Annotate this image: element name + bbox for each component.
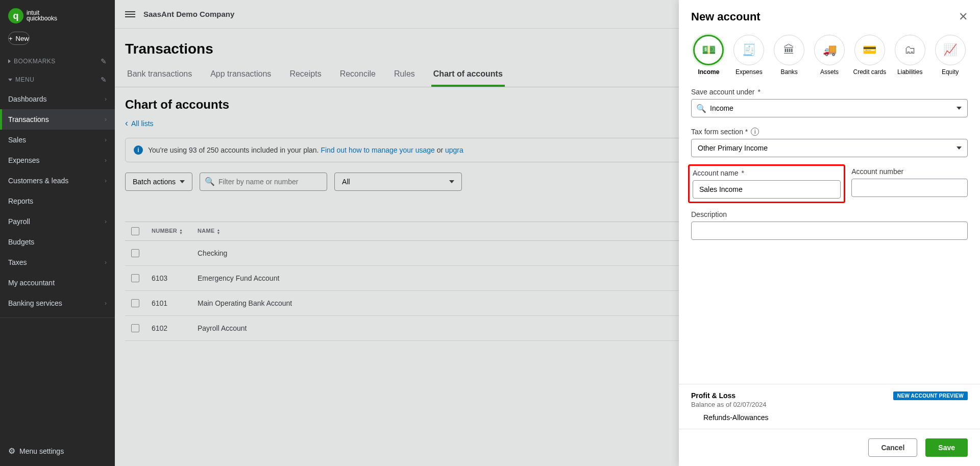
chevron-right-icon: › <box>105 259 107 266</box>
nav-dashboards[interactable]: Dashboards› <box>0 89 115 109</box>
nav-taxes[interactable]: Taxes› <box>0 252 115 273</box>
menu-settings-button[interactable]: ⚙ Menu settings <box>8 446 64 456</box>
preview-pl-title: Profit & Loss <box>691 391 769 400</box>
tab-rules[interactable]: Rules <box>392 63 417 87</box>
tab-reconcile[interactable]: Reconcile <box>338 63 378 87</box>
type-equity[interactable]: 📈Equity <box>933 35 968 76</box>
chevron-right-icon: › <box>105 218 107 225</box>
nav-payroll[interactable]: Payroll› <box>0 211 115 232</box>
bookmarks-section[interactable]: BOOKMARKS ✎ <box>0 52 115 70</box>
new-account-panel: New account ✕ 💵Income🧾Expenses🏛Banks🚚Ass… <box>679 0 980 466</box>
type-icon: 🧾 <box>733 35 764 65</box>
close-icon[interactable]: ✕ <box>959 10 968 23</box>
tax-form-section-select[interactable]: Other Primary Income <box>691 139 968 157</box>
row-checkbox[interactable] <box>131 249 139 257</box>
description-input[interactable] <box>691 222 968 240</box>
menu-section[interactable]: MENU ✎ <box>0 70 115 89</box>
nav-banking-services[interactable]: Banking services› <box>0 293 115 313</box>
nav-my-accountant[interactable]: My accountant <box>0 273 115 293</box>
info-icon: i <box>134 145 143 155</box>
type-expenses[interactable]: 🧾Expenses <box>731 35 767 76</box>
account-number-input[interactable] <box>851 179 968 197</box>
save-account-under-select[interactable]: 🔍 Income <box>691 99 968 117</box>
info-text: You're using 93 of 250 accounts included… <box>148 146 319 154</box>
chevron-right-icon: › <box>105 177 107 184</box>
chevron-right-icon: › <box>105 116 107 123</box>
nav-customers-leads[interactable]: Customers & leads› <box>0 170 115 191</box>
type-icon: 📈 <box>935 35 966 65</box>
chevron-right-icon: › <box>105 157 107 164</box>
brand-bottom: quickbooks <box>27 16 57 21</box>
type-assets[interactable]: 🚚Assets <box>812 35 847 76</box>
edit-bookmarks-icon[interactable]: ✎ <box>101 57 107 65</box>
cell-number <box>145 241 191 266</box>
preview-badge: NEW ACCOUNT PREVIEW <box>893 391 968 400</box>
select-all-checkbox[interactable] <box>131 227 139 235</box>
info-icon[interactable]: i <box>751 128 759 136</box>
tab-chart-of-accounts[interactable]: Chart of accounts <box>431 63 505 87</box>
type-icon: 🏛 <box>774 35 804 65</box>
nav-budgets[interactable]: Budgets <box>0 232 115 252</box>
chevron-down-icon <box>8 79 12 81</box>
tax-form-section-label: Tax form section i <box>691 128 968 136</box>
company-name: SaasAnt Demo Company <box>143 10 234 18</box>
col-number[interactable]: NUMBER▲▼ <box>145 222 191 241</box>
type-icon: 🗂 <box>895 35 925 65</box>
cell-number: 6102 <box>145 316 191 341</box>
chevron-right-icon <box>8 59 11 63</box>
type-label: Banks <box>772 68 807 76</box>
sidebar-toggle-icon[interactable] <box>125 11 135 17</box>
type-income[interactable]: 💵Income <box>691 35 726 76</box>
sidebar: q intuit quickbooks + New BOOKMARKS ✎ ME… <box>0 0 115 466</box>
new-button[interactable]: + New <box>8 32 30 45</box>
row-checkbox[interactable] <box>131 299 139 307</box>
account-name-input[interactable] <box>693 180 841 199</box>
filter-input[interactable] <box>200 173 327 191</box>
edit-menu-icon[interactable]: ✎ <box>101 76 107 84</box>
type-label: Assets <box>812 68 847 76</box>
chevron-down-icon <box>180 180 185 183</box>
type-icon: 💵 <box>693 35 724 65</box>
type-credit-cards[interactable]: 💳Credit cards <box>852 35 887 76</box>
search-icon: 🔍 <box>205 177 215 186</box>
chart-of-accounts-title: Chart of accounts <box>125 97 229 112</box>
save-button[interactable]: Save <box>925 438 968 457</box>
nav-expenses[interactable]: Expenses› <box>0 150 115 170</box>
cancel-button[interactable]: Cancel <box>868 438 917 457</box>
chevron-down-icon <box>957 107 962 110</box>
nav-sales[interactable]: Sales› <box>0 130 115 150</box>
preview-item: Refunds-Allowances <box>691 413 769 422</box>
type-banks[interactable]: 🏛Banks <box>772 35 807 76</box>
brand-logo-icon: q <box>8 8 23 23</box>
brand-logo: q intuit quickbooks <box>0 0 115 32</box>
batch-actions-button[interactable]: Batch actions <box>125 173 192 191</box>
new-button-label: New <box>16 35 29 42</box>
account-number-label: Account number <box>851 167 968 176</box>
upgrade-link[interactable]: upgra <box>445 146 463 154</box>
type-label: Income <box>691 68 726 76</box>
chevron-down-icon <box>957 146 962 150</box>
search-icon: 🔍 <box>696 104 706 113</box>
type-label: Equity <box>933 68 968 76</box>
account-name-label: Account name <box>693 169 841 177</box>
type-icon: 🚚 <box>814 35 845 65</box>
tab-bank-transactions[interactable]: Bank transactions <box>125 63 194 87</box>
nav-reports[interactable]: Reports <box>0 191 115 211</box>
tab-receipts[interactable]: Receipts <box>287 63 323 87</box>
nav-list: Dashboards› Transactions› Sales› Expense… <box>0 89 115 313</box>
row-checkbox[interactable] <box>131 274 139 282</box>
preview-balance-text: Balance as of 02/07/2024 <box>691 401 769 408</box>
type-liabilities[interactable]: 🗂Liabilities <box>892 35 927 76</box>
plus-icon: + <box>9 35 13 42</box>
type-label: Expenses <box>731 68 767 76</box>
account-type-selector: 💵Income🧾Expenses🏛Banks🚚Assets💳Credit car… <box>679 29 980 76</box>
type-filter-dropdown[interactable]: All <box>334 173 462 191</box>
manage-usage-link[interactable]: Find out how to manage your usage <box>321 146 434 154</box>
row-checkbox[interactable] <box>131 324 139 332</box>
cell-number: 6103 <box>145 266 191 291</box>
nav-transactions[interactable]: Transactions› <box>0 109 115 130</box>
description-label: Description <box>691 210 968 218</box>
tab-app-transactions[interactable]: App transactions <box>208 63 273 87</box>
account-preview: Profit & Loss Balance as of 02/07/2024 R… <box>679 384 980 429</box>
gear-icon: ⚙ <box>8 446 15 456</box>
